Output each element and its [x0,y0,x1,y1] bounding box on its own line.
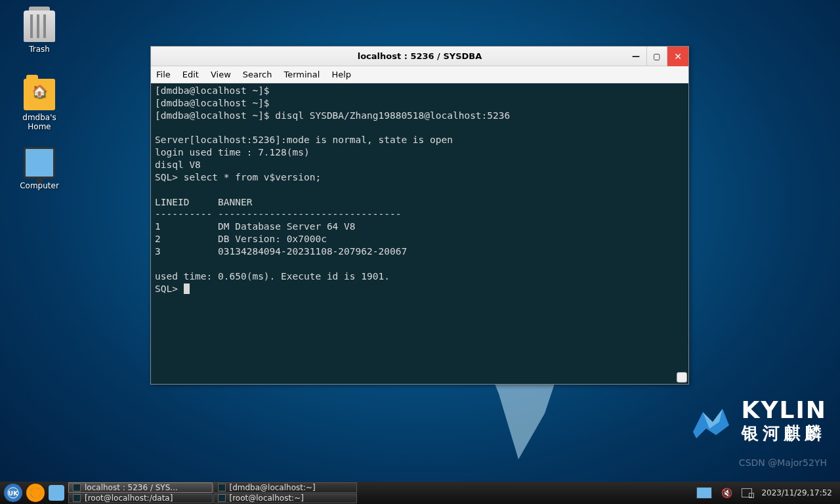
task-terminal-4[interactable]: [root@localhost:~] [213,494,358,504]
terminal-window: localhost : 5236 / SYSDBA — ▢ ✕ File Edi… [150,46,689,385]
taskbar-tasks: localhost : 5236 / SYS... [dmdba@localho… [68,482,357,503]
start-button[interactable]: UK [4,484,22,502]
files-launcher[interactable] [49,485,64,501]
menubar: File Edit View Search Terminal Help [151,66,688,83]
trash-icon [24,10,55,42]
terminal-icon [73,484,81,492]
menu-edit[interactable]: Edit [182,70,199,79]
maximize-button[interactable]: ▢ [646,47,667,66]
menu-search[interactable]: Search [243,70,272,79]
terminal-icon [218,494,226,502]
desktop-icon-trash[interactable]: Trash [13,10,66,54]
kylin-logo-icon [686,399,732,445]
show-desktop-button[interactable] [696,487,712,499]
menu-help[interactable]: Help [331,70,351,79]
folder-icon [24,79,55,110]
network-icon[interactable] [742,488,752,497]
terminal-output: [dmdba@localhost ~]$ [dmdba@localhost ~]… [155,85,510,294]
window-title: localhost : 5236 / SYSDBA [358,51,482,61]
icon-label: Trash [13,45,66,54]
terminal-cursor [184,284,190,294]
terminal-icon [73,494,81,502]
terminal-body[interactable]: [dmdba@localhost ~]$ [dmdba@localhost ~]… [151,83,688,384]
watermark: CSDN @Major52YH [739,457,827,468]
desktop-icon-computer[interactable]: Computer [13,147,66,190]
desktop-icon-home[interactable]: dmdba's Home [13,79,66,131]
svg-text:UK: UK [9,490,18,497]
taskbar: UK localhost : 5236 / SYS... [dmdba@loca… [0,482,840,504]
menu-view[interactable]: View [211,70,231,79]
clock[interactable]: 2023/11/29,17:52 [761,488,832,497]
os-brand: KYLIN 银河麒麟 [686,398,827,445]
brand-han: 银河麒麟 [742,422,827,445]
terminal-icon [218,484,226,492]
volume-mute-icon[interactable]: 🔇 [721,488,732,498]
icon-label: dmdba's Home [13,113,66,131]
computer-icon [24,147,55,178]
firefox-launcher[interactable] [26,484,45,502]
task-terminal-3[interactable]: [root@localhost:/data] [68,494,213,504]
task-terminal-2[interactable]: [dmdba@localhost:~] [213,482,358,493]
task-terminal-1[interactable]: localhost : 5236 / SYS... [68,482,213,493]
scroll-thumb[interactable] [677,372,687,383]
minimize-button[interactable]: — [625,47,646,66]
brand-latin: KYLIN [742,398,827,422]
menu-terminal[interactable]: Terminal [284,70,320,79]
menu-file[interactable]: File [156,70,171,79]
window-titlebar[interactable]: localhost : 5236 / SYSDBA — ▢ ✕ [151,47,688,66]
close-button[interactable]: ✕ [667,47,688,66]
